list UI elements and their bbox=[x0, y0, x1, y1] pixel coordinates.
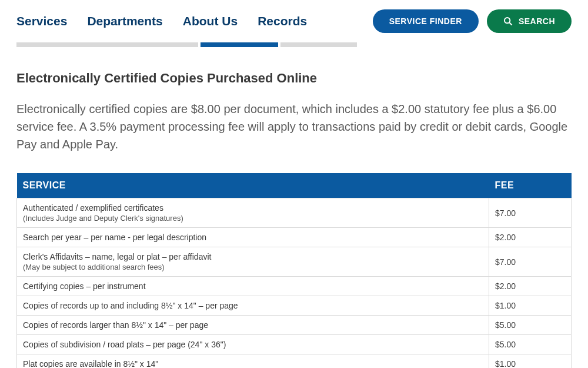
table-row: Plat copies are available in 8½" x 14"$1… bbox=[17, 354, 572, 369]
service-text: Copies of records larger than 8½" x 14" … bbox=[23, 320, 483, 330]
service-text: Plat copies are available in 8½" x 14" bbox=[23, 359, 483, 368]
tab-segment bbox=[16, 42, 198, 47]
fee-table: SERVICE FEE Authenticated / exemplified … bbox=[16, 173, 572, 368]
table-header-service: SERVICE bbox=[17, 173, 489, 198]
service-cell: Authenticated / exemplified certificates… bbox=[17, 198, 489, 228]
fee-cell: $1.00 bbox=[489, 296, 572, 316]
table-row: Search per year – per name - per legal d… bbox=[17, 228, 572, 247]
page-description: Electronically certified copies are $8.0… bbox=[16, 100, 572, 153]
table-row: Copies of records larger than 8½" x 14" … bbox=[17, 316, 572, 335]
service-cell: Certifying copies – per instrument bbox=[17, 277, 489, 296]
service-text: Copies of subdivision / road plats – per… bbox=[23, 340, 483, 349]
nav-actions: SERVICE FINDER SEARCH bbox=[373, 9, 572, 33]
tab-segment bbox=[280, 42, 357, 47]
service-cell: Search per year – per name - per legal d… bbox=[17, 228, 489, 247]
table-row: Copies of subdivision / road plats – per… bbox=[17, 335, 572, 354]
fee-cell: $2.00 bbox=[489, 228, 572, 247]
service-finder-label: SERVICE FINDER bbox=[389, 16, 462, 26]
table-row: Authenticated / exemplified certificates… bbox=[17, 198, 572, 228]
fee-cell: $1.00 bbox=[489, 354, 572, 369]
fee-cell: $7.00 bbox=[489, 198, 572, 228]
service-finder-button[interactable]: SERVICE FINDER bbox=[373, 9, 479, 33]
search-icon bbox=[503, 16, 513, 26]
nav-link-departments[interactable]: Departments bbox=[87, 14, 162, 28]
search-label: SEARCH bbox=[519, 16, 555, 26]
nav-link-about-us[interactable]: About Us bbox=[183, 14, 238, 28]
service-cell: Plat copies are available in 8½" x 14" bbox=[17, 354, 489, 369]
search-button[interactable]: SEARCH bbox=[487, 9, 572, 33]
svg-point-0 bbox=[505, 18, 510, 23]
service-subtext: (Includes Judge and Deputy Clerk's signa… bbox=[23, 214, 483, 223]
svg-line-1 bbox=[509, 22, 512, 25]
navbar: Services Departments About Us Records SE… bbox=[16, 0, 572, 33]
service-text: Certifying copies – per instrument bbox=[23, 281, 483, 291]
table-row: Clerk's Affidavits – name, legal or plat… bbox=[17, 247, 572, 277]
table-header-row: SERVICE FEE bbox=[17, 173, 572, 198]
tab-segment-active bbox=[201, 42, 278, 47]
tab-underline bbox=[16, 42, 572, 47]
fee-cell: $7.00 bbox=[489, 247, 572, 277]
page-title: Electronically Certified Copies Purchase… bbox=[16, 71, 572, 86]
service-text: Authenticated / exemplified certificates bbox=[23, 203, 483, 213]
nav-link-records[interactable]: Records bbox=[258, 14, 307, 28]
service-text: Search per year – per name - per legal d… bbox=[23, 233, 483, 242]
nav-link-services[interactable]: Services bbox=[16, 14, 67, 28]
fee-cell: $5.00 bbox=[489, 316, 572, 335]
service-subtext: (May be subject to additional search fee… bbox=[23, 263, 483, 271]
table-header-fee: FEE bbox=[489, 173, 572, 198]
service-cell: Copies of records larger than 8½" x 14" … bbox=[17, 316, 489, 335]
service-text: Clerk's Affidavits – name, legal or plat… bbox=[23, 252, 483, 261]
table-row: Certifying copies – per instrument$2.00 bbox=[17, 277, 572, 296]
table-row: Copies of records up to and including 8½… bbox=[17, 296, 572, 316]
nav-links: Services Departments About Us Records bbox=[16, 14, 307, 28]
fee-cell: $5.00 bbox=[489, 335, 572, 354]
service-cell: Clerk's Affidavits – name, legal or plat… bbox=[17, 247, 489, 277]
service-cell: Copies of subdivision / road plats – per… bbox=[17, 335, 489, 354]
service-cell: Copies of records up to and including 8½… bbox=[17, 296, 489, 316]
fee-cell: $2.00 bbox=[489, 277, 572, 296]
service-text: Copies of records up to and including 8½… bbox=[23, 301, 483, 310]
